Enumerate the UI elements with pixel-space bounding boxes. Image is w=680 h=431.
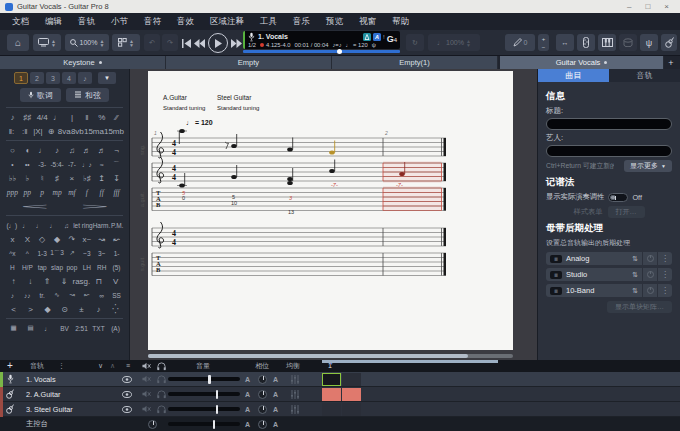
palette-symbol[interactable]: pop (65, 264, 80, 271)
palette-symbol[interactable]: BV (56, 325, 73, 332)
home-button[interactable]: ⌂ (7, 34, 29, 51)
effect-menu-button[interactable]: ⋮ (658, 268, 672, 281)
palette-symbol[interactable]: p (35, 188, 50, 197)
menu-item[interactable]: 区域注释 (202, 13, 252, 30)
pan-knob[interactable] (258, 405, 267, 414)
palette-symbol[interactable]: ♪ (50, 146, 65, 155)
palette-symbol[interactable]: ⊙ (56, 305, 73, 314)
palette-symbol[interactable]: 3~ (94, 250, 109, 257)
palette-symbol[interactable]: % (94, 113, 109, 122)
palette-symbol[interactable]: ↜ (109, 235, 124, 244)
voice-4-button[interactable]: 4 (62, 72, 76, 84)
play-button[interactable] (208, 33, 228, 53)
pan-automation[interactable]: A (273, 376, 278, 383)
palette-symbol[interactable]: f (79, 188, 94, 197)
palette-symbol[interactable]: ♩ (50, 113, 65, 122)
palette-symbol[interactable]: 15mb (104, 127, 124, 136)
edit-stepper[interactable]: +− (538, 34, 549, 51)
voice-2-button[interactable]: 2 (30, 72, 44, 84)
track-name[interactable]: 3. Steel Guitar (26, 405, 73, 414)
palette-symbol[interactable]: ♫ (60, 222, 74, 229)
measure-timeline[interactable] (322, 360, 498, 363)
palette-symbol[interactable]: ⌒ (109, 160, 124, 169)
effect-select[interactable]: ≣ Analog ⇅ (546, 252, 642, 265)
concert-pitch-toggle[interactable] (608, 193, 628, 202)
palette-symbol[interactable]: P.M. (110, 222, 124, 229)
track-row-steelguitar[interactable]: 3. Steel Guitar A A (0, 402, 680, 417)
palette-symbol[interactable]: ♪ (90, 305, 107, 314)
eq-icon[interactable] (290, 390, 300, 399)
score-area[interactable]: A.Guitar Standard tuning Steel Guitar St… (130, 69, 537, 360)
visibility-eye-icon[interactable] (122, 391, 132, 398)
close-button[interactable]: × (664, 0, 669, 13)
volume-handle[interactable] (213, 420, 216, 429)
palette-symbol[interactable]: ± (73, 305, 90, 314)
lyrics-button[interactable]: 歌词 (20, 88, 61, 102)
palette-symbol[interactable]: rasg. (73, 277, 91, 286)
tab-keystone[interactable]: Keystone (0, 56, 166, 69)
palette-symbol[interactable]: (5) (109, 264, 124, 271)
palette-symbol[interactable]: ♭ (20, 174, 35, 183)
tuner-button[interactable]: ψ (640, 34, 658, 51)
palette-symbol[interactable]: ↥ (94, 174, 109, 183)
menu-item[interactable]: 小节 (103, 13, 136, 30)
open-stylesheet-button[interactable]: 打开… (608, 206, 645, 218)
master-volume-automation[interactable]: A (245, 421, 250, 428)
palette-symbol[interactable]: slap (50, 264, 65, 271)
palette-symbol[interactable]: ∞ (94, 292, 109, 299)
palette-symbol[interactable]: 15ma (84, 127, 104, 136)
tab-track[interactable]: 音轨 (609, 69, 680, 82)
palette-symbol[interactable]: ♮ (35, 174, 50, 183)
palette-symbol[interactable]: 2:51 (73, 325, 90, 332)
palette-symbol[interactable]: ◖ (20, 146, 35, 155)
menu-item[interactable]: 预览 (318, 13, 351, 30)
eq-icon[interactable] (290, 405, 300, 414)
instrument-button[interactable] (661, 34, 677, 51)
palette-symbol[interactable]: > (22, 305, 39, 314)
palette-symbol[interactable]: tr. (35, 292, 50, 299)
palette-symbol[interactable]: H/P (20, 264, 35, 271)
effect-power-button[interactable] (643, 268, 657, 281)
palette-symbol[interactable]: ♪♪ (20, 292, 35, 299)
volume-automation[interactable]: A (245, 376, 250, 383)
palette-symbol[interactable]: ♩ (19, 222, 33, 229)
mute-icon[interactable] (142, 375, 151, 383)
palette-symbol[interactable]: ○ (5, 146, 20, 155)
menu-item[interactable]: 音符 (136, 13, 169, 30)
effect-select[interactable]: ≣ Studio ⇅ (546, 268, 642, 281)
palette-symbol[interactable]: 8va (58, 127, 71, 136)
track-name[interactable]: 1. Vocals (26, 375, 56, 384)
measure-cell[interactable] (322, 403, 341, 416)
stretch-button[interactable]: ↔ (556, 34, 574, 51)
palette-symbol[interactable]: ♩♪ (79, 161, 94, 168)
pan-automation[interactable]: A (273, 391, 278, 398)
voice-1-button[interactable]: 1 (14, 72, 28, 84)
list-view-icon[interactable]: ≡ (126, 360, 130, 372)
palette-symbol[interactable]: RH (94, 264, 109, 271)
measure-cell-notes[interactable] (322, 388, 341, 401)
speed-control[interactable]: ♩ 100% ▲▼ (428, 34, 480, 51)
menu-item[interactable]: 文档 (4, 13, 37, 30)
palette-symbol[interactable]: mp (50, 188, 65, 197)
chords-button[interactable]: 和弦 (66, 88, 109, 102)
mute-icon[interactable] (142, 390, 151, 398)
palette-symbol[interactable]: < (5, 305, 22, 314)
palette-symbol[interactable]: LH (79, 264, 94, 271)
menu-item[interactable]: 视窗 (351, 13, 384, 30)
palette-symbol[interactable]: ↧ (109, 174, 124, 183)
master-pan-automation[interactable]: A (273, 421, 278, 428)
pan-automation[interactable]: A (273, 406, 278, 413)
mute-all-icon[interactable] (142, 360, 151, 370)
palette-symbol[interactable]: ⇓ (56, 277, 73, 286)
edit-mode-button[interactable]: 0 (505, 34, 535, 51)
palette-symbol[interactable]: 1-3 (35, 250, 50, 257)
effect-power-button[interactable] (643, 284, 657, 297)
palette-symbol[interactable]: x (5, 235, 20, 244)
palette-symbol[interactable]: ♪ (5, 292, 20, 299)
palette-symbol[interactable]: ‖ (79, 113, 94, 122)
palette-symbol[interactable]: ♬ (79, 146, 94, 155)
multi-voice-button[interactable]: ▼ (98, 72, 116, 84)
visibility-eye-icon[interactable] (122, 376, 132, 383)
track-name[interactable]: 2. A.Guitar (26, 390, 60, 399)
show-more-button[interactable]: 显示更多▼ (624, 160, 672, 172)
